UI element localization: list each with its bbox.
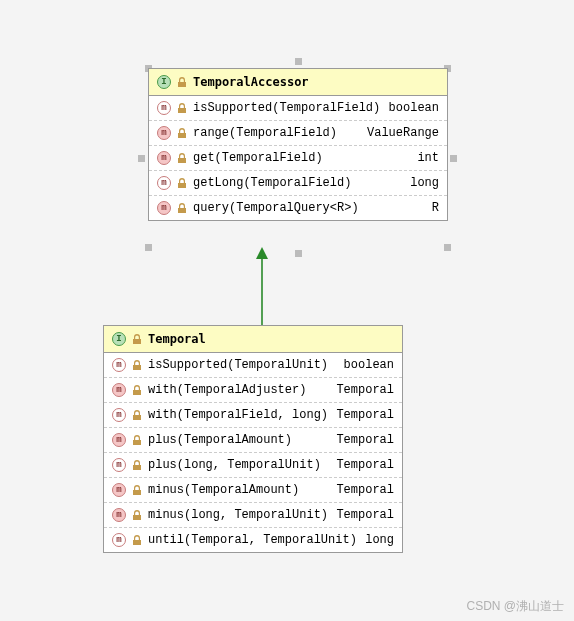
selection-handle[interactable] (145, 244, 152, 251)
method-icon: m (157, 151, 171, 165)
member-row[interactable]: m query(TemporalQuery<R>) R (149, 196, 447, 220)
selection-handle[interactable] (444, 244, 451, 251)
member-row[interactable]: m plus(TemporalAmount) Temporal (104, 428, 402, 453)
method-icon: m (112, 383, 126, 397)
lock-icon (132, 510, 142, 520)
lock-icon (132, 535, 142, 545)
method-return: Temporal (336, 483, 394, 497)
lock-icon (177, 128, 187, 138)
method-return: Temporal (336, 433, 394, 447)
method-signature: plus(TemporalAmount) (148, 433, 330, 447)
lock-icon (132, 435, 142, 445)
inheritance-arrow-icon (252, 247, 272, 327)
member-list: m isSupported(TemporalUnit) boolean m wi… (104, 353, 402, 552)
lock-icon (132, 334, 142, 344)
class-box-temporal-accessor[interactable]: I TemporalAccessor m isSupported(Tempora… (148, 68, 448, 221)
selection-handle[interactable] (295, 250, 302, 257)
class-header[interactable]: I Temporal (104, 326, 402, 353)
method-return: ValueRange (367, 126, 439, 140)
method-icon: m (112, 433, 126, 447)
member-row[interactable]: m until(Temporal, TemporalUnit) long (104, 528, 402, 552)
method-signature: with(TemporalField, long) (148, 408, 330, 422)
method-signature: getLong(TemporalField) (193, 176, 404, 190)
member-row[interactable]: m with(TemporalField, long) Temporal (104, 403, 402, 428)
method-signature: with(TemporalAdjuster) (148, 383, 330, 397)
method-return: Temporal (336, 408, 394, 422)
method-icon: m (112, 483, 126, 497)
method-return: R (432, 201, 439, 215)
method-icon: m (157, 176, 171, 190)
svg-marker-1 (256, 247, 268, 259)
lock-icon (177, 178, 187, 188)
method-return: boolean (389, 101, 439, 115)
lock-icon (177, 77, 187, 87)
class-box-temporal[interactable]: I Temporal m isSupported(TemporalUnit) b… (103, 325, 403, 553)
method-icon: m (157, 126, 171, 140)
member-row[interactable]: m minus(long, TemporalUnit) Temporal (104, 503, 402, 528)
method-return: long (410, 176, 439, 190)
lock-icon (177, 203, 187, 213)
method-icon: m (157, 101, 171, 115)
selection-handle[interactable] (450, 155, 457, 162)
class-name: TemporalAccessor (193, 75, 309, 89)
method-signature: range(TemporalField) (193, 126, 361, 140)
member-row[interactable]: m getLong(TemporalField) long (149, 171, 447, 196)
method-return: Temporal (336, 383, 394, 397)
lock-icon (177, 103, 187, 113)
method-return: long (365, 533, 394, 547)
method-signature: get(TemporalField) (193, 151, 411, 165)
lock-icon (132, 485, 142, 495)
class-name: Temporal (148, 332, 206, 346)
method-signature: isSupported(TemporalField) (193, 101, 383, 115)
method-icon: m (112, 508, 126, 522)
lock-icon (132, 460, 142, 470)
method-icon: m (112, 358, 126, 372)
class-header[interactable]: I TemporalAccessor (149, 69, 447, 96)
lock-icon (132, 360, 142, 370)
lock-icon (132, 385, 142, 395)
selection-handle[interactable] (138, 155, 145, 162)
method-return: int (417, 151, 439, 165)
member-row[interactable]: m get(TemporalField) int (149, 146, 447, 171)
member-row[interactable]: m isSupported(TemporalUnit) boolean (104, 353, 402, 378)
method-signature: query(TemporalQuery<R>) (193, 201, 426, 215)
member-row[interactable]: m isSupported(TemporalField) boolean (149, 96, 447, 121)
member-row[interactable]: m minus(TemporalAmount) Temporal (104, 478, 402, 503)
watermark: CSDN @沸山道士 (466, 598, 564, 615)
method-return: Temporal (336, 508, 394, 522)
method-icon: m (157, 201, 171, 215)
member-row[interactable]: m with(TemporalAdjuster) Temporal (104, 378, 402, 403)
method-return: Temporal (336, 458, 394, 472)
method-icon: m (112, 408, 126, 422)
selection-handle[interactable] (295, 58, 302, 65)
method-icon: m (112, 458, 126, 472)
method-icon: m (112, 533, 126, 547)
interface-icon: I (157, 75, 171, 89)
lock-icon (177, 153, 187, 163)
member-row[interactable]: m plus(long, TemporalUnit) Temporal (104, 453, 402, 478)
method-signature: minus(long, TemporalUnit) (148, 508, 330, 522)
method-signature: minus(TemporalAmount) (148, 483, 330, 497)
member-list: m isSupported(TemporalField) boolean m r… (149, 96, 447, 220)
member-row[interactable]: m range(TemporalField) ValueRange (149, 121, 447, 146)
method-signature: plus(long, TemporalUnit) (148, 458, 330, 472)
method-signature: until(Temporal, TemporalUnit) (148, 533, 359, 547)
lock-icon (132, 410, 142, 420)
method-return: boolean (344, 358, 394, 372)
method-signature: isSupported(TemporalUnit) (148, 358, 338, 372)
interface-icon: I (112, 332, 126, 346)
